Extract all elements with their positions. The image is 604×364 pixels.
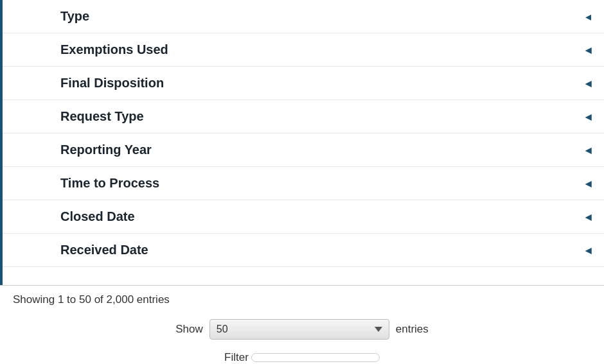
list-item-request-type[interactable]: Request Type ◂ bbox=[3, 100, 604, 134]
footer: Showing 1 to 50 of 2,000 entries Show 50… bbox=[0, 285, 604, 364]
exemptions-used-label: Exemptions Used bbox=[60, 42, 168, 57]
final-disposition-arrow-icon: ◂ bbox=[585, 76, 591, 91]
entries-value: 50 bbox=[217, 324, 369, 335]
list-item-received-date[interactable]: Received Date ◂ bbox=[3, 234, 604, 267]
list-item-reporting-year[interactable]: Reporting Year ◂ bbox=[3, 134, 604, 167]
show-entries-row: Show 50 entries bbox=[0, 314, 604, 345]
time-to-process-arrow-icon: ◂ bbox=[585, 177, 591, 191]
type-label: Type bbox=[60, 9, 89, 24]
time-to-process-label: Time to Process bbox=[60, 176, 159, 191]
list-item-exemptions-used[interactable]: Exemptions Used ◂ bbox=[3, 33, 604, 67]
request-type-arrow-icon: ◂ bbox=[585, 110, 591, 124]
main-container: Type ◂ Exemptions Used ◂ Final Dispositi… bbox=[0, 0, 604, 364]
reporting-year-label: Reporting Year bbox=[60, 143, 152, 157]
final-disposition-label: Final Disposition bbox=[60, 76, 164, 91]
reporting-year-arrow-icon: ◂ bbox=[585, 143, 591, 157]
list-item-final-disposition[interactable]: Final Disposition ◂ bbox=[3, 67, 604, 100]
filter-label: Filter bbox=[224, 351, 249, 364]
list-item-type[interactable]: Type ◂ bbox=[3, 0, 604, 33]
dropdown-arrow-icon bbox=[375, 327, 382, 332]
list-item-closed-date[interactable]: Closed Date ◂ bbox=[3, 200, 604, 234]
received-date-label: Received Date bbox=[60, 243, 148, 257]
closed-date-label: Closed Date bbox=[60, 209, 135, 224]
received-date-arrow-icon: ◂ bbox=[585, 243, 591, 257]
filter-input[interactable] bbox=[251, 353, 380, 362]
filter-row: Filter bbox=[0, 345, 604, 364]
column-list: Type ◂ Exemptions Used ◂ Final Dispositi… bbox=[0, 0, 604, 285]
entries-label: entries bbox=[396, 323, 429, 336]
showing-entries-text: Showing 1 to 50 of 2,000 entries bbox=[0, 286, 604, 314]
show-label: Show bbox=[175, 323, 203, 336]
list-item-time-to-process[interactable]: Time to Process ◂ bbox=[3, 167, 604, 200]
closed-date-arrow-icon: ◂ bbox=[585, 210, 591, 224]
exemptions-used-arrow-icon: ◂ bbox=[585, 43, 591, 57]
request-type-label: Request Type bbox=[60, 109, 144, 124]
type-arrow-icon: ◂ bbox=[585, 10, 591, 24]
entries-select-dropdown[interactable]: 50 bbox=[209, 319, 389, 340]
